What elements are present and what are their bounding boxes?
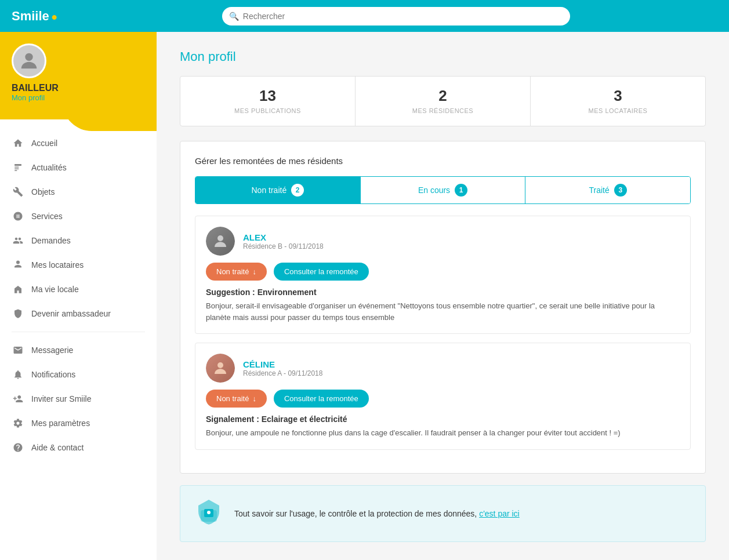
remontee-text-alex: Bonjour, serait-il envisageable d'organi… — [206, 300, 680, 323]
logo: Smiile • — [12, 9, 57, 24]
nav-label-accueil: Accueil — [31, 139, 57, 148]
svg-rect-2 — [14, 167, 19, 168]
gear-icon — [12, 417, 24, 430]
suggestion-title-celine: Signalement : Eclairage et électricité — [206, 414, 680, 424]
tab-badge-traite: 3 — [614, 184, 627, 197]
sidebar-item-ma-vie-locale[interactable]: Ma vie locale — [0, 277, 157, 301]
main-content: Mon profil 13 MES PUBLICATIONS 2 MES RÉS… — [157, 32, 729, 560]
sidebar-nav: Accueil Actualités Objets Services — [0, 119, 157, 471]
tab-label-traite: Traité — [589, 186, 610, 195]
info-banner-text: Tout savoir sur l'usage, le contrôle et … — [234, 509, 520, 518]
nav-label-mes-locataires: Mes locataires — [31, 260, 84, 270]
btn-non-traite-celine[interactable]: Non traité ↓ — [206, 390, 267, 408]
search-bar: 🔍 — [222, 7, 570, 26]
nav-divider — [12, 332, 145, 332]
svg-rect-3 — [14, 169, 19, 170]
sidebar-item-services[interactable]: Services — [0, 204, 157, 228]
sidebar-username: BAILLEUR — [12, 83, 145, 93]
sidebar-item-devenir-ambassadeur[interactable]: Devenir ambassadeur — [0, 301, 157, 326]
mail-icon — [12, 344, 24, 357]
btn-non-traite-alex-label: Non traité — [216, 267, 249, 276]
nav-label-parametres: Mes paramètres — [31, 419, 90, 428]
remontee-meta-celine: Résidence A - 09/11/2018 — [243, 369, 322, 377]
svg-rect-1 — [14, 164, 21, 166]
layout: BAILLEUR Mon profil Accueil Actualités — [0, 32, 729, 560]
info-banner-static-text: Tout savoir sur l'usage, le contrôle et … — [234, 509, 477, 518]
home-icon — [12, 137, 24, 150]
tab-badge-non-traite: 2 — [291, 184, 304, 197]
btn-consulter-celine-label: Consulter la remontée — [284, 394, 358, 403]
bell-icon — [12, 368, 24, 381]
tab-badge-en-cours: 1 — [455, 184, 467, 197]
stats-bar: 13 MES PUBLICATIONS 2 MES RÉSIDENCES 3 M… — [180, 76, 706, 126]
avatar-celine — [206, 354, 235, 383]
stat-label-locataires: MES LOCATAIRES — [589, 107, 648, 114]
nav-label-devenir-ambassadeur: Devenir ambassadeur — [31, 309, 111, 318]
tab-en-cours[interactable]: En cours 1 — [361, 177, 526, 203]
shield-icon — [12, 307, 24, 320]
tab-traite[interactable]: Traité 3 — [525, 177, 690, 203]
btn-consulter-alex[interactable]: Consulter la remontée — [274, 263, 369, 281]
svg-point-9 — [207, 511, 211, 514]
nav-label-demandes: Demandes — [31, 236, 71, 245]
stat-publications[interactable]: 13 MES PUBLICATIONS — [180, 77, 356, 126]
sidebar-item-mes-locataires[interactable]: Mes locataires — [0, 253, 157, 277]
sidebar-item-aide[interactable]: Aide & contact — [0, 435, 157, 460]
remontee-alex-header: ALEX Résidence B - 09/11/2018 — [206, 227, 680, 256]
stat-residences[interactable]: 2 MES RÉSIDENCES — [356, 77, 531, 126]
tabs: Non traité 2 En cours 1 Traité 3 — [195, 176, 691, 204]
stat-locataires[interactable]: 3 MES LOCATAIRES — [531, 77, 705, 126]
sidebar-profile-link[interactable]: Mon profil — [12, 93, 145, 102]
tab-non-traite[interactable]: Non traité 2 — [195, 177, 361, 203]
sidebar-item-messagerie[interactable]: Messagerie — [0, 338, 157, 362]
stat-number-residences: 2 — [366, 87, 520, 105]
logo-text: Smiile — [12, 9, 49, 24]
stat-label-residences: MES RÉSIDENCES — [412, 107, 473, 114]
svg-rect-4 — [14, 170, 17, 172]
suggestion-title-alex: Suggestion : Environnement — [206, 288, 680, 297]
wrench-icon — [12, 186, 24, 198]
search-input[interactable] — [222, 7, 570, 26]
stat-number-publications: 13 — [191, 87, 344, 105]
remontee-alex: ALEX Résidence B - 09/11/2018 Non traité… — [195, 216, 691, 334]
nav-label-inviter: Inviter sur Smiile — [31, 394, 91, 403]
header: Smiile • 🔍 — [0, 0, 729, 32]
sidebar-item-notifications[interactable]: Notifications — [0, 362, 157, 387]
sidebar-item-accueil[interactable]: Accueil — [0, 131, 157, 155]
stat-label-publications: MES PUBLICATIONS — [234, 107, 301, 114]
remontee-meta-alex: Résidence B - 09/11/2018 — [243, 242, 324, 250]
sidebar-item-parametres[interactable]: Mes paramètres — [0, 411, 157, 435]
card-title: Gérer les remontées de mes résidents — [195, 156, 691, 166]
arrow-down-icon-alex: ↓ — [252, 267, 256, 276]
tool-icon — [12, 210, 24, 223]
remontee-celine-actions: Non traité ↓ Consulter la remontée — [206, 390, 680, 408]
nav-label-messagerie: Messagerie — [31, 346, 73, 355]
nav-label-services: Services — [31, 212, 63, 221]
remontees-card: Gérer les remontées de mes résidents Non… — [180, 141, 706, 474]
svg-point-5 — [217, 235, 223, 241]
svg-point-0 — [25, 53, 32, 61]
btn-consulter-celine[interactable]: Consulter la remontée — [274, 390, 369, 408]
sidebar-item-demandes[interactable]: Demandes — [0, 228, 157, 253]
sidebar-item-actualites[interactable]: Actualités — [0, 155, 157, 180]
page-title: Mon profil — [180, 49, 706, 64]
nav-label-objets: Objets — [31, 187, 55, 197]
sidebar-item-objets[interactable]: Objets — [0, 180, 157, 204]
sidebar: BAILLEUR Mon profil Accueil Actualités — [0, 32, 157, 560]
remontee-alex-actions: Non traité ↓ Consulter la remontée — [206, 263, 680, 281]
remontee-alex-info: ALEX Résidence B - 09/11/2018 — [243, 232, 324, 250]
btn-non-traite-alex[interactable]: Non traité ↓ — [206, 263, 267, 281]
info-banner-link[interactable]: c'est par ici — [479, 509, 520, 518]
tab-label-en-cours: En cours — [418, 186, 450, 195]
avatar-alex-img — [206, 227, 235, 256]
arrow-down-icon-celine: ↓ — [252, 394, 256, 403]
svg-point-6 — [217, 362, 223, 368]
people-icon — [12, 259, 24, 271]
avatar — [12, 43, 46, 78]
remontee-name-celine: CÉLINE — [243, 359, 322, 369]
remontee-celine-header: CÉLINE Résidence A - 09/11/2018 — [206, 354, 680, 383]
nav-label-actualites: Actualités — [31, 163, 67, 172]
newspaper-icon — [12, 161, 24, 174]
avatar-alex — [206, 227, 235, 256]
sidebar-item-inviter[interactable]: Inviter sur Smiile — [0, 387, 157, 411]
